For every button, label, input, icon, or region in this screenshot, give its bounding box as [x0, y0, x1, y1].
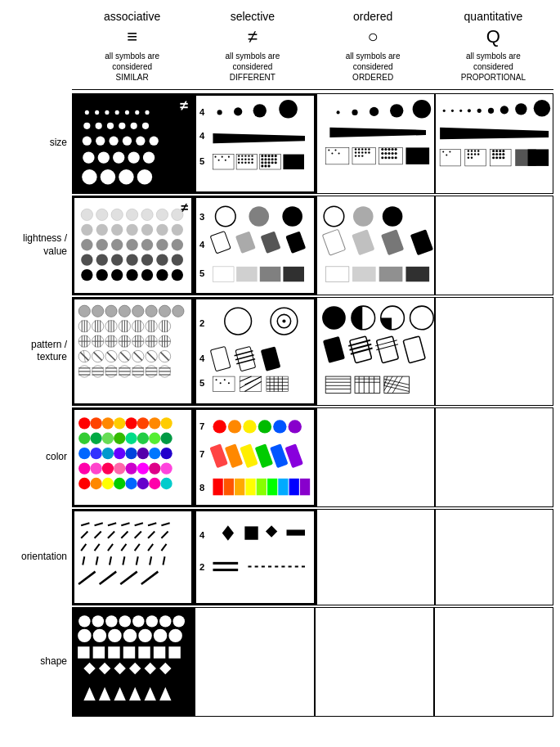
- label-size: size: [7, 93, 72, 194]
- svg-point-366: [322, 306, 346, 330]
- svg-point-530: [123, 628, 137, 641]
- svg-point-182: [96, 254, 108, 265]
- svg-marker-541: [83, 663, 95, 674]
- size-ordered-cell: [316, 93, 435, 194]
- header-order-title: ordered: [315, 10, 432, 23]
- page-container: associative ≡ all symbols are considered…: [0, 0, 560, 725]
- svg-point-428: [149, 448, 160, 459]
- svg-point-198: [283, 206, 303, 227]
- svg-point-96: [357, 151, 359, 153]
- svg-point-113: [394, 152, 396, 155]
- svg-line-299: [120, 353, 128, 361]
- header-quant-desc: all symbols are considered PROPORTIONAL: [435, 51, 552, 83]
- svg-point-522: [119, 615, 131, 627]
- shape-cells: [72, 607, 553, 717]
- svg-point-143: [467, 156, 468, 158]
- svg-point-12: [142, 123, 149, 129]
- svg-point-101: [357, 155, 359, 156]
- svg-point-173: [172, 223, 183, 235]
- svg-rect-347: [213, 376, 235, 391]
- color-selective-cell: 7 7: [194, 407, 316, 508]
- lightness-ordered-cell: [316, 196, 435, 296]
- svg-line-495: [137, 557, 138, 565]
- svg-line-473: [121, 524, 129, 526]
- svg-line-305: [160, 353, 168, 361]
- svg-point-161: [96, 209, 108, 220]
- svg-rect-352: [240, 376, 262, 391]
- orient-selective-cell: 4 2: [194, 509, 316, 605]
- svg-line-471: [95, 524, 103, 526]
- svg-point-71: [268, 161, 271, 164]
- pattern-quant-cell: [435, 297, 553, 406]
- svg-point-15: [109, 137, 118, 146]
- row-orientation: orientation: [7, 509, 553, 605]
- svg-line-494: [123, 557, 124, 565]
- orient-selective-svg: 4 2: [196, 511, 313, 602]
- orient-ordered-cell: [316, 509, 435, 605]
- svg-text:8: 8: [199, 483, 204, 493]
- svg-point-350: [224, 379, 226, 380]
- svg-marker-543: [114, 663, 125, 674]
- svg-line-486: [108, 544, 113, 551]
- svg-point-91: [357, 148, 359, 150]
- svg-rect-212: [322, 229, 345, 255]
- svg-point-13: [83, 137, 92, 146]
- svg-rect-119: [405, 147, 429, 164]
- svg-marker-549: [114, 687, 125, 700]
- svg-point-436: [149, 462, 160, 474]
- svg-point-227: [172, 305, 184, 317]
- svg-marker-544: [129, 663, 141, 674]
- svg-point-348: [216, 379, 217, 380]
- row-pattern: pattern / texture: [7, 297, 553, 406]
- svg-point-120: [442, 110, 445, 112]
- svg-point-70: [265, 161, 267, 164]
- svg-point-114: [381, 156, 383, 159]
- svg-point-146: [492, 150, 495, 152]
- header-quant-symbol: Q: [435, 26, 552, 47]
- svg-text:4: 4: [199, 530, 205, 540]
- svg-line-356: [245, 381, 262, 391]
- svg-rect-466: [267, 479, 277, 495]
- color-selective-svg: 7 7: [196, 410, 313, 506]
- svg-point-520: [92, 615, 104, 627]
- svg-point-149: [502, 150, 504, 152]
- svg-point-17: [136, 137, 145, 146]
- pattern-cells: 2 4: [72, 297, 553, 406]
- svg-point-154: [492, 156, 495, 159]
- svg-line-499: [100, 572, 116, 584]
- svg-point-95: [354, 151, 356, 153]
- svg-point-118: [394, 156, 396, 159]
- svg-rect-461: [213, 479, 223, 495]
- svg-point-443: [137, 478, 149, 489]
- svg-point-414: [78, 432, 90, 443]
- svg-point-419: [137, 432, 149, 443]
- svg-point-211: [382, 206, 402, 227]
- svg-point-100: [354, 155, 356, 156]
- svg-point-424: [102, 448, 114, 459]
- svg-rect-504: [245, 527, 258, 540]
- svg-point-109: [381, 152, 383, 155]
- svg-line-489: [148, 544, 153, 551]
- header-select-title: selective: [194, 10, 311, 23]
- svg-point-151: [495, 153, 498, 155]
- svg-point-527: [78, 628, 91, 641]
- svg-point-49: [241, 158, 243, 160]
- svg-point-435: [137, 462, 149, 474]
- svg-point-57: [252, 162, 253, 164]
- svg-rect-215: [410, 229, 432, 255]
- svg-point-164: [141, 209, 153, 220]
- svg-point-167: [81, 223, 92, 235]
- svg-point-222: [105, 305, 117, 317]
- svg-point-523: [132, 615, 144, 627]
- svg-rect-468: [289, 479, 299, 495]
- svg-point-128: [533, 100, 549, 116]
- svg-point-14: [96, 137, 105, 146]
- svg-line-491: [83, 557, 84, 565]
- svg-rect-205: [213, 266, 235, 281]
- svg-point-93: [365, 148, 366, 150]
- svg-point-147: [495, 150, 498, 152]
- svg-marker-503: [222, 526, 234, 541]
- svg-point-423: [90, 448, 101, 459]
- svg-point-225: [146, 305, 157, 317]
- svg-point-152: [499, 153, 501, 155]
